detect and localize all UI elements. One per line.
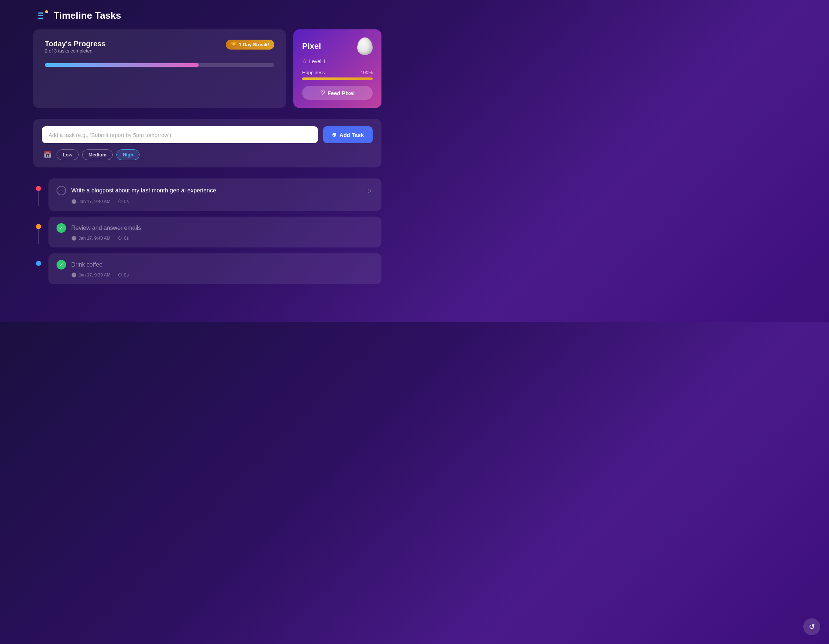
priority-low-button[interactable]: Low xyxy=(57,150,79,160)
pixel-egg xyxy=(357,38,373,55)
happiness-bar-background xyxy=(302,77,373,80)
add-task-button[interactable]: ⊕ Add Task xyxy=(323,126,373,143)
priority-high-button[interactable]: High xyxy=(117,150,140,160)
pixel-card: Pixel ☆ Level 1 Happiness 100% ♡ Feed Pi… xyxy=(293,29,381,108)
task-duration-2: ⏱ 0s xyxy=(118,236,129,241)
timeline-item: Write a blogpost about my last month gen… xyxy=(33,178,381,211)
progress-bar-background xyxy=(45,63,274,67)
task-duration-3: ⏱ 0s xyxy=(118,272,129,277)
app-title: Timeline Tasks xyxy=(54,10,121,21)
add-task-section: ⊕ Add Task 📅 Low Medium High xyxy=(33,119,381,167)
happiness-label: Happiness xyxy=(302,70,325,75)
task-card: ✓ Drink coffee 🕐 Jan 17, 9:39 AM ⏱ 0s xyxy=(49,254,381,284)
task-date-1: 🕐 Jan 17, 9:40 AM xyxy=(71,199,110,204)
timeline-dot-orange xyxy=(36,224,41,229)
play-button-1[interactable]: ▷ xyxy=(365,185,374,196)
task-checkbox-1[interactable] xyxy=(57,186,66,195)
star-icon: ☆ xyxy=(302,58,307,65)
heart-icon: ♡ xyxy=(320,90,325,96)
task-list: Write a blogpost about my last month gen… xyxy=(0,178,414,299)
timeline-line xyxy=(38,229,39,244)
progress-card: Today's Progress 2 of 3 tasks completed … xyxy=(33,29,286,108)
timeline-dot-col xyxy=(33,217,44,244)
filter-row: 📅 Low Medium High xyxy=(42,149,373,160)
clock-icon: 🕐 xyxy=(71,272,77,277)
happiness-bar-fill xyxy=(302,77,373,80)
trophy-icon: 🏆 xyxy=(231,42,237,47)
task-checkbox-3[interactable]: ✓ xyxy=(57,260,66,269)
timeline-line xyxy=(38,191,39,206)
svg-text:✦: ✦ xyxy=(46,11,48,14)
timeline-item: ✓ Drink coffee 🕐 Jan 17, 9:39 AM ⏱ 0s xyxy=(33,254,381,284)
task-meta-2: 🕐 Jan 17, 9:40 AM ⏱ 0s xyxy=(57,236,374,241)
task-title-3: Drink coffee xyxy=(71,261,102,268)
calendar-button[interactable]: 📅 xyxy=(42,149,53,160)
task-card: Write a blogpost about my last month gen… xyxy=(49,178,381,211)
add-task-btn-label: Add Task xyxy=(340,132,364,138)
pixel-name: Pixel xyxy=(302,41,321,51)
streak-badge: 🏆 1 Day Streak! xyxy=(226,39,274,50)
clock-icon: 🕐 xyxy=(71,236,77,241)
task-date-3: 🕐 Jan 17, 9:39 AM xyxy=(71,272,110,277)
svg-rect-0 xyxy=(38,13,43,14)
task-input[interactable] xyxy=(42,126,318,143)
timeline-dot-blue xyxy=(36,261,41,266)
timer-icon: ⏱ xyxy=(118,236,122,241)
timer-icon: ⏱ xyxy=(118,199,122,204)
progress-subtitle: 2 of 3 tasks completed xyxy=(45,48,106,54)
timeline-item: ✓ Review and answer emails 🕐 Jan 17, 9:4… xyxy=(33,217,381,247)
task-title-2: Review and answer emails xyxy=(71,225,141,231)
pixel-level: ☆ Level 1 xyxy=(302,58,373,65)
pixel-level-text: Level 1 xyxy=(309,58,326,64)
task-card: ✓ Review and answer emails 🕐 Jan 17, 9:4… xyxy=(49,217,381,247)
priority-medium-button[interactable]: Medium xyxy=(82,150,113,160)
timeline-dot-col xyxy=(33,178,44,206)
task-title-1: Write a blogpost about my last month gen… xyxy=(71,187,216,194)
plus-circle-icon: ⊕ xyxy=(332,131,337,138)
svg-rect-2 xyxy=(38,17,43,19)
task-checkbox-2[interactable]: ✓ xyxy=(57,223,66,233)
feed-btn-label: Feed Pixel xyxy=(328,90,355,96)
task-duration-1: ⏱ 0s xyxy=(118,199,129,204)
top-cards-row: Today's Progress 2 of 3 tasks completed … xyxy=(0,29,414,108)
clock-icon: 🕐 xyxy=(71,199,77,204)
svg-rect-1 xyxy=(38,15,43,16)
app-header: ✦ Timeline Tasks xyxy=(0,0,414,29)
timer-icon: ⏱ xyxy=(118,272,122,277)
progress-bar-fill xyxy=(45,63,199,67)
happiness-pct: 100% xyxy=(361,70,373,75)
task-meta-1: 🕐 Jan 17, 9:40 AM ⏱ 0s xyxy=(57,199,374,204)
task-date-2: 🕐 Jan 17, 9:40 AM xyxy=(71,236,110,241)
progress-title: Today's Progress xyxy=(45,39,106,48)
timeline-dot-red xyxy=(36,186,41,191)
timeline-dot-col xyxy=(33,254,44,266)
feed-pixel-button[interactable]: ♡ Feed Pixel xyxy=(302,86,373,100)
task-meta-3: 🕐 Jan 17, 9:39 AM ⏱ 0s xyxy=(57,272,374,277)
header-logo-icon: ✦ xyxy=(37,9,50,22)
streak-label: 1 Day Streak! xyxy=(239,42,269,47)
